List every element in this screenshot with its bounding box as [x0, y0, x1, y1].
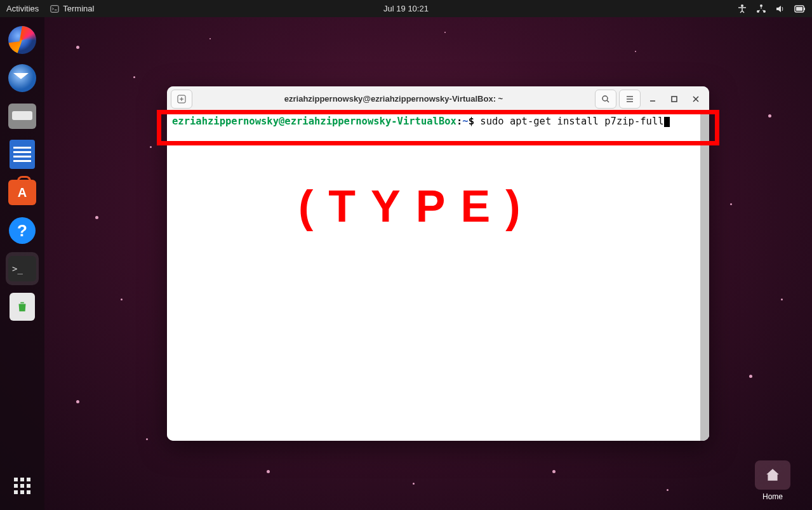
maximize-icon: [670, 95, 679, 104]
dock-item-terminal[interactable]: >_: [6, 252, 39, 285]
dock-item-software[interactable]: [6, 176, 39, 209]
search-icon: [601, 95, 610, 104]
new-tab-button[interactable]: [171, 90, 192, 109]
minimize-button[interactable]: [643, 90, 662, 109]
thunderbird-icon: [8, 64, 36, 92]
prompt-colon: :: [456, 116, 462, 127]
desktop-folder-home[interactable]: Home: [751, 460, 794, 501]
prompt-user-host: ezriahzippernowsky@ezriahzippernowsky-Vi…: [172, 116, 456, 127]
show-applications-button[interactable]: [6, 469, 39, 502]
software-icon: [8, 180, 36, 205]
battery-icon[interactable]: [794, 4, 806, 13]
svg-rect-7: [796, 7, 802, 11]
volume-icon[interactable]: [775, 4, 785, 14]
prompt-dollar: $: [469, 116, 474, 127]
svg-rect-6: [804, 8, 805, 10]
terminal-command: sudo apt-get install p7zip-full: [474, 116, 664, 127]
top-bar: Activities Terminal Jul 19 10:21: [0, 0, 812, 17]
terminal-scrollbar[interactable]: [700, 112, 709, 441]
search-button[interactable]: [595, 90, 616, 109]
active-app-indicator[interactable]: Terminal: [50, 4, 94, 13]
terminal-title: ezriahzippernowsky@ezriahzippernowsky-Vi…: [195, 94, 592, 104]
svg-point-1: [741, 4, 743, 7]
clock[interactable]: Jul 19 10:21: [383, 4, 429, 13]
svg-rect-10: [672, 97, 677, 102]
home-folder-icon: [755, 460, 790, 490]
apps-grid-icon: [14, 478, 30, 494]
hamburger-icon: [625, 95, 634, 104]
files-icon: [8, 104, 36, 129]
menu-button[interactable]: [619, 90, 641, 109]
dock-item-help[interactable]: ?: [6, 214, 39, 247]
dock-item-thunderbird[interactable]: [6, 62, 39, 95]
terminal-window: ezriahzippernowsky@ezriahzippernowsky-Vi…: [167, 86, 709, 441]
terminal-icon: >_: [8, 256, 36, 281]
svg-point-9: [602, 96, 608, 101]
minimize-icon: [648, 95, 657, 104]
firefox-icon: [8, 26, 36, 54]
terminal-small-icon: [50, 4, 59, 13]
help-icon: ?: [9, 217, 36, 244]
writer-icon: [10, 140, 35, 169]
dock: ? >_: [0, 17, 44, 510]
active-app-label: Terminal: [63, 4, 94, 13]
scrollbar-thumb[interactable]: [700, 112, 709, 441]
dock-item-writer[interactable]: [6, 138, 39, 171]
terminal-titlebar[interactable]: ezriahzippernowsky@ezriahzippernowsky-Vi…: [167, 86, 709, 112]
terminal-prompt-line: ezriahzippernowsky@ezriahzippernowsky-Vi…: [172, 116, 704, 127]
dock-item-firefox[interactable]: [6, 23, 39, 57]
activities-button[interactable]: Activities: [6, 4, 39, 13]
terminal-body[interactable]: ezriahzippernowsky@ezriahzippernowsky-Vi…: [167, 112, 709, 441]
trash-icon: [10, 293, 35, 321]
svg-point-2: [760, 4, 762, 7]
plus-tab-icon: [177, 95, 186, 104]
svg-rect-0: [51, 5, 58, 12]
desktop-folder-label: Home: [762, 492, 783, 501]
maximize-button[interactable]: [665, 90, 684, 109]
dock-item-trash[interactable]: [6, 290, 39, 323]
close-button[interactable]: [686, 90, 705, 109]
terminal-cursor: [664, 117, 670, 127]
close-icon: [691, 95, 700, 104]
network-icon[interactable]: [756, 4, 766, 14]
dock-item-files[interactable]: [6, 100, 39, 133]
accessibility-icon[interactable]: [737, 4, 747, 14]
prompt-path: ~: [462, 116, 468, 127]
